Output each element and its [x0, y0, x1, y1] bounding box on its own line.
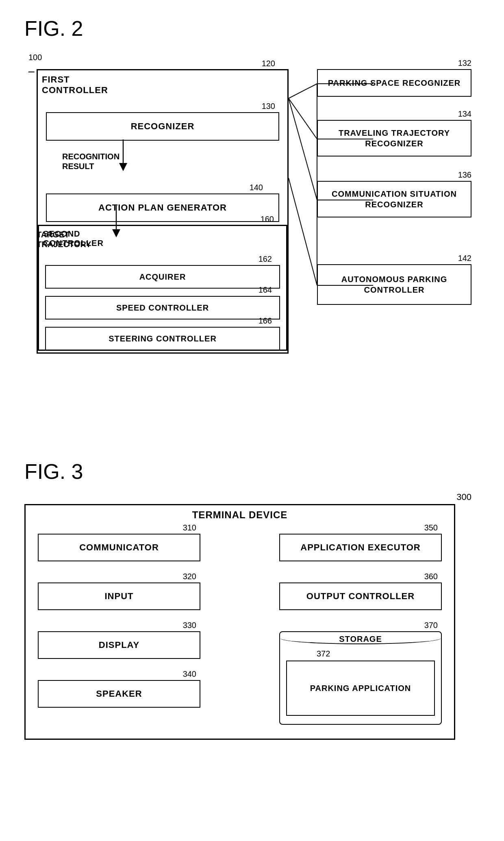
ref-330: 330: [183, 621, 196, 630]
ref-320: 320: [183, 572, 196, 581]
fig3-title: FIG. 3: [24, 459, 480, 484]
recognition-result-label: RECOGNITIONRESULT: [62, 152, 119, 171]
parking-space-container: 132 PARKING SPACE RECOGNIZER: [317, 69, 471, 97]
display-container: 330 DISPLAY: [38, 631, 200, 659]
autonomous-container: 142 AUTONOMOUS PARKINGCONTROLLER: [317, 264, 471, 305]
ref-134: 134: [458, 109, 471, 119]
acquirer-box: ACQUIRER: [45, 265, 280, 289]
ref-350: 350: [424, 523, 438, 532]
first-controller-label: FIRSTCONTROLLER: [42, 74, 291, 96]
ref-372: 372: [317, 649, 330, 658]
ref-120: 120: [262, 59, 275, 68]
parking-space-box: PARKING SPACE RECOGNIZER: [317, 69, 471, 97]
ref-166: 166: [259, 316, 272, 326]
fig2-title: FIG. 2: [24, 16, 480, 41]
arrow-recognition-result: [115, 139, 131, 172]
app-executor-container: 350 APPLICATION EXECUTOR: [279, 534, 442, 561]
app-executor-box: APPLICATION EXECUTOR: [279, 534, 442, 561]
svg-line-4: [289, 84, 317, 98]
speaker-container: 340 SPEAKER: [38, 680, 200, 708]
ref-132: 132: [458, 59, 471, 68]
input-box: INPUT: [38, 582, 200, 610]
display-box: DISPLAY: [38, 631, 200, 659]
parking-app-box: PARKING APPLICATION: [286, 661, 435, 716]
recognizer-box: RECOGNIZER: [46, 112, 279, 141]
traveling-traj-container: 134 TRAVELING TRAJECTORYRECOGNIZER: [317, 120, 471, 156]
ref-142: 142: [458, 254, 471, 263]
svg-line-8: [289, 98, 317, 200]
storage-container: 370 STORAGE 372 PARKING APPLICATION: [279, 631, 442, 725]
storage-label: STORAGE: [339, 635, 382, 644]
fig3-container: 300 TERMINAL DEVICE 310 COMMUNICATOR 320…: [24, 492, 471, 744]
traveling-traj-box: TRAVELING TRAJECTORYRECOGNIZER: [317, 120, 471, 156]
ref-370: 370: [424, 621, 438, 630]
first-controller-box: FIRSTCONTROLLER 120 130 RECOGNIZER RECOG…: [37, 69, 289, 354]
terminal-device-box: TERMINAL DEVICE 310 COMMUNICATOR 320 INP…: [24, 504, 455, 740]
communicator-box: COMMUNICATOR: [38, 534, 200, 561]
ref-130: 130: [262, 102, 275, 111]
ref-162: 162: [259, 254, 272, 264]
ref-136: 136: [458, 170, 471, 180]
output-controller-container: 360 OUTPUT CONTROLLER: [279, 582, 442, 610]
communicator-container: 310 COMMUNICATOR: [38, 534, 200, 561]
speaker-box: SPEAKER: [38, 680, 200, 708]
action-plan-box: ACTION PLAN GENERATOR: [46, 193, 279, 222]
ref-340: 340: [183, 669, 196, 679]
terminal-device-label: TERMINAL DEVICE: [192, 509, 288, 521]
svg-line-10: [289, 178, 317, 285]
ref-160: 160: [261, 215, 274, 224]
communication-box: COMMUNICATION SITUATIONRECOGNIZER: [317, 181, 471, 217]
output-controller-box: OUTPUT CONTROLLER: [279, 582, 442, 610]
fig2-container: 100 _ FIRSTCONTROLLER 120 130 RECOGNIZER…: [24, 49, 471, 435]
ref-140: 140: [250, 183, 263, 192]
autonomous-box: AUTONOMOUS PARKINGCONTROLLER: [317, 264, 471, 305]
arrow-target-traj: [108, 206, 124, 238]
input-container: 320 INPUT: [38, 582, 200, 610]
ref-360: 360: [424, 572, 438, 581]
ref-300: 300: [456, 492, 471, 502]
communication-container: 136 COMMUNICATION SITUATIONRECOGNIZER: [317, 181, 471, 217]
speed-controller-box: SPEED CONTROLLER: [45, 296, 280, 319]
ref-164: 164: [259, 285, 272, 295]
steering-controller-box: STEERING CONTROLLER: [45, 327, 280, 350]
ref-310: 310: [183, 523, 196, 532]
svg-line-6: [289, 98, 317, 139]
target-trajectory-label: TARGETTRAJECTORY: [37, 230, 91, 249]
